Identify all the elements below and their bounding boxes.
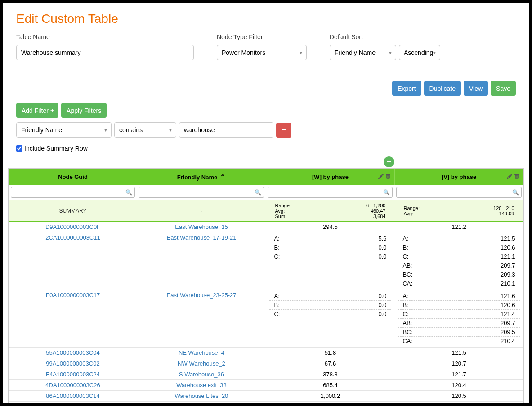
- w-cell: A:0.0B:0.0C:0.0: [266, 290, 394, 348]
- table-row: D9A1000000003C0FEast Warehouse_15294.512…: [9, 222, 523, 232]
- data-table: Node Guid Friendly Name⌃ [W] by phase [V…: [9, 169, 523, 403]
- name-link[interactable]: S Warehouse_36: [137, 369, 266, 380]
- column-header-guid[interactable]: Node Guid: [9, 169, 137, 185]
- include-summary-input[interactable]: [16, 145, 22, 152]
- v-cell: 120.4: [394, 380, 523, 391]
- v-cell: A:121.6B:120.6C:121.4AB:209.7BC:209.5CA:…: [394, 290, 523, 348]
- search-icon: 🔍: [255, 189, 261, 196]
- default-sort-label: Default Sort: [330, 33, 440, 40]
- apply-filters-button[interactable]: Apply Filters: [61, 103, 107, 118]
- v-cell: 121.7: [394, 369, 523, 380]
- include-summary-checkbox[interactable]: Include Summary Row: [16, 145, 516, 152]
- save-button[interactable]: Save: [491, 81, 516, 96]
- chevron-down-icon: ▼: [388, 50, 393, 55]
- chevron-down-icon: ▼: [103, 128, 108, 133]
- column-header-v[interactable]: [V] by phase: [394, 169, 523, 185]
- page-title: Edit Custom Table: [16, 12, 516, 26]
- plus-icon: +: [50, 107, 54, 114]
- add-filter-button[interactable]: Add Filter+: [16, 103, 58, 118]
- table-row: 6BA1000000003C28Warehouse lites_401,200.…: [9, 402, 523, 404]
- v-cell: A:121.5B:120.6C:121.1AB:209.7BC:209.3CA:…: [394, 232, 523, 290]
- trash-icon[interactable]: [385, 174, 391, 180]
- search-icon: 🔍: [383, 189, 390, 196]
- sort-direction-select[interactable]: Ascending ▼: [399, 45, 440, 60]
- v-cell: 120.5: [394, 391, 523, 402]
- chevron-down-icon: ▼: [168, 128, 173, 133]
- pencil-icon[interactable]: [378, 174, 384, 180]
- search-icon: 🔍: [512, 189, 519, 196]
- search-icon: 🔍: [125, 189, 132, 196]
- summary-v-cell: Range:120 - 210 Avg:149.09: [394, 200, 523, 222]
- guid-link[interactable]: 99A1000000003C02: [9, 358, 137, 369]
- name-link[interactable]: NE Warehouse_4: [137, 348, 266, 358]
- v-cell: 121.5: [394, 348, 523, 358]
- guid-link[interactable]: 2CA1000000003C11: [9, 232, 137, 290]
- pencil-icon[interactable]: [507, 174, 512, 180]
- guid-link[interactable]: 86A1000000003C14: [9, 391, 137, 402]
- guid-link[interactable]: 6BA1000000003C28: [9, 402, 137, 404]
- name-link[interactable]: East Warehouse_17-19-21: [137, 232, 266, 290]
- table-row: 86A1000000003C14Warehouse Lites_201,000.…: [9, 391, 523, 402]
- guid-link[interactable]: F4A1000000003C24: [9, 369, 137, 380]
- plus-icon: +: [387, 157, 392, 167]
- name-link[interactable]: Warehouse exit_38: [137, 380, 266, 391]
- summary-label: SUMMARY: [9, 200, 137, 222]
- filter-operator-value: contains: [119, 126, 143, 134]
- w-cell: 1,200.4: [266, 402, 394, 404]
- remove-filter-button[interactable]: −: [276, 123, 291, 138]
- name-link[interactable]: Warehouse Lites_20: [137, 391, 266, 402]
- table-row: 2CA1000000003C11East Warehouse_17-19-21A…: [9, 232, 523, 290]
- summary-name-cell: -: [137, 200, 266, 222]
- column-filter-guid[interactable]: [11, 187, 135, 198]
- filter-value-input[interactable]: [179, 122, 273, 138]
- w-cell: 294.5: [266, 222, 394, 232]
- guid-link[interactable]: 55A1000000003C04: [9, 348, 137, 358]
- filter-field-select[interactable]: Friendly Name ▼: [16, 122, 112, 138]
- table-row: 4DA1000000003C26Warehouse exit_38685.412…: [9, 380, 523, 391]
- filter-field-value: Friendly Name: [21, 126, 62, 134]
- table-name-input[interactable]: [16, 45, 194, 60]
- export-button[interactable]: Export: [392, 81, 421, 96]
- table-row: 99A1000000003C02NW Warehouse_267.6120.7: [9, 358, 523, 369]
- table-name-label: Table Name: [16, 33, 194, 40]
- guid-link[interactable]: E0A1000000003C17: [9, 290, 137, 348]
- trash-icon[interactable]: [514, 174, 519, 180]
- column-header-name[interactable]: Friendly Name⌃: [137, 169, 266, 185]
- column-filter-v[interactable]: [396, 187, 521, 198]
- w-cell: 685.4: [266, 380, 394, 391]
- table-row: F4A1000000003C24S Warehouse_36378.3121.7: [9, 369, 523, 380]
- w-cell: 1,000.2: [266, 391, 394, 402]
- chevron-down-icon: ▼: [299, 50, 303, 55]
- view-button[interactable]: View: [464, 81, 488, 96]
- column-header-w[interactable]: [W] by phase: [266, 169, 394, 185]
- v-cell: 121.2: [394, 222, 523, 232]
- name-link[interactable]: NW Warehouse_2: [137, 358, 266, 369]
- minus-icon: −: [282, 126, 286, 134]
- add-column-button[interactable]: +: [384, 156, 394, 167]
- sort-direction-value: Ascending: [404, 49, 433, 56]
- column-filter-name[interactable]: [139, 187, 264, 198]
- node-type-filter-label: Node Type Filter: [217, 33, 307, 40]
- column-filter-w[interactable]: [268, 187, 393, 198]
- sort-field-value: Friendly Name: [335, 49, 376, 56]
- node-type-select[interactable]: Power Monitors ▼: [217, 45, 307, 60]
- include-summary-label: Include Summary Row: [24, 145, 88, 152]
- table-row: 55A1000000003C04NE Warehouse_451.8121.5: [9, 348, 523, 358]
- v-cell: 120.7: [394, 358, 523, 369]
- name-link[interactable]: Warehouse lites_40: [137, 402, 266, 404]
- name-link[interactable]: East Warehouse_15: [137, 222, 266, 232]
- sort-field-select[interactable]: Friendly Name ▼: [330, 45, 396, 60]
- name-link[interactable]: East Warehouse_23-25-27: [137, 290, 266, 348]
- w-cell: 378.3: [266, 369, 394, 380]
- chevron-down-icon: ▼: [432, 50, 437, 55]
- table-row: E0A1000000003C17East Warehouse_23-25-27A…: [9, 290, 523, 348]
- guid-link[interactable]: 4DA1000000003C26: [9, 380, 137, 391]
- filter-operator-select[interactable]: contains ▼: [114, 122, 176, 138]
- guid-link[interactable]: D9A1000000003C0F: [9, 222, 137, 232]
- w-cell: 51.8: [266, 348, 394, 358]
- w-cell: 67.6: [266, 358, 394, 369]
- node-type-value: Power Monitors: [222, 49, 265, 56]
- v-cell: 121.3: [394, 402, 523, 404]
- duplicate-button[interactable]: Duplicate: [424, 81, 461, 96]
- w-cell: A:5.6B:0.0C:0.0: [266, 232, 394, 290]
